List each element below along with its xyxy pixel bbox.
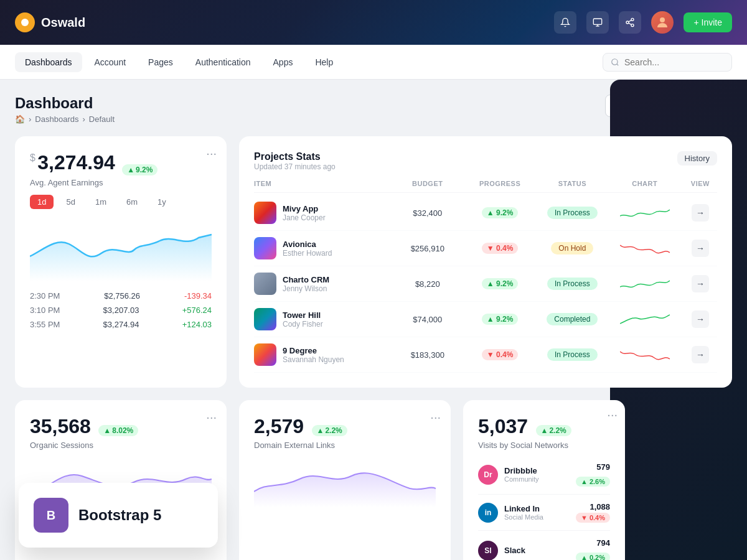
tab-6m[interactable]: 6m — [119, 195, 145, 209]
table-row: Avionica Esther Howard $256,910 ▼ 0.4% O… — [254, 231, 717, 266]
svg-rect-0 — [594, 19, 602, 24]
svg-line-7 — [629, 20, 632, 22]
logo-text: Oswald — [41, 16, 85, 30]
slack-icon: Sl — [478, 541, 498, 561]
tab-5d[interactable]: 5d — [59, 195, 82, 209]
domain-label: Domain External Links — [254, 441, 436, 450]
projects-updated: Updated 37 minutes ago — [254, 162, 336, 171]
projects-card: Projects Stats Updated 37 minutes ago Hi… — [239, 136, 732, 388]
dribbble-icon: Dr — [478, 465, 498, 485]
domain-card: ··· 2,579 ▲ 2.2% Domain External Links — [239, 400, 451, 560]
avatar[interactable] — [651, 11, 674, 34]
home-icon: 🏠 — [15, 114, 25, 124]
earnings-chart — [30, 219, 212, 281]
search-box[interactable] — [603, 53, 732, 72]
tab-1d[interactable]: 1d — [30, 195, 54, 209]
social-badge: ▲ 2.2% — [536, 425, 571, 436]
social-row-slack: Sl Slack 794 ▲ 0.2% — [478, 531, 610, 560]
organic-number: 35,568 — [30, 415, 91, 437]
svg-point-9 — [612, 58, 618, 64]
page-title-section: Dashboard 🏠 › Dashboards › Default — [15, 95, 115, 124]
dollar-sign: $ — [30, 152, 35, 164]
share-icon[interactable] — [619, 11, 641, 34]
view-btn-4[interactable]: → — [692, 310, 709, 328]
nav-item-account[interactable]: Account — [85, 52, 136, 72]
bootstrap-icon: B — [34, 498, 68, 533]
top-bar: Oswald + Invite — [0, 0, 747, 45]
svg-line-10 — [617, 63, 619, 65]
nav-item-authentication[interactable]: Authentication — [186, 52, 261, 72]
main-content: Dashboard 🏠 › Dashboards › Default New P… — [0, 80, 747, 560]
view-btn-5[interactable]: → — [692, 346, 709, 363]
nav-item-dashboards[interactable]: Dashboards — [15, 52, 82, 72]
table-header: ITEM BUDGET PROGRESS STATUS CHART VIEW — [254, 175, 717, 193]
view-btn-3[interactable]: → — [692, 275, 709, 292]
notification-icon[interactable] — [554, 11, 576, 34]
social-row-linkedin: in Linked In Social Media 1,088 ▼ 0.4% — [478, 495, 610, 531]
stats-rows: 2:30 PM $2,756.26 -139.34 3:10 PM $3,207… — [30, 291, 212, 329]
nav-item-help[interactable]: Help — [305, 52, 343, 72]
stat-row-3: 3:55 PM $3,274.94 +124.03 — [30, 320, 212, 329]
view-btn-2[interactable]: → — [692, 240, 709, 257]
organic-badge: ▲ 8.02% — [98, 425, 138, 436]
stat-row-1: 2:30 PM $2,756.26 -139.34 — [30, 291, 212, 301]
time-tabs: 1d 5d 1m 6m 1y — [30, 195, 212, 209]
stat-row-2: 3:10 PM $3,207.03 +576.24 — [30, 306, 212, 315]
bootstrap-overlay: B Bootstrap 5 — [19, 483, 218, 548]
screen-icon[interactable] — [586, 11, 609, 34]
table-row: 9 Degree Savannah Nguyen $183,300 ▼ 0.4%… — [254, 337, 717, 373]
social-label: Visits by Social Networks — [478, 441, 610, 450]
svg-point-4 — [626, 21, 629, 24]
earnings-label: $ 3,274.94 ▲ 9.2% — [30, 151, 212, 175]
project-icon-charto — [254, 273, 276, 295]
domain-badge: ▲ 2.2% — [312, 425, 347, 436]
project-icon-mivy — [254, 202, 276, 224]
arrow-up: ▲ — [127, 166, 134, 174]
earnings-card: ··· $ 3,274.94 ▲ 9.2% Avg. Agent Earning… — [15, 136, 227, 388]
top-nav-right: + Invite — [554, 11, 732, 34]
project-icon-avionica — [254, 237, 276, 259]
nav-item-apps[interactable]: Apps — [263, 52, 303, 72]
svg-point-8 — [660, 17, 665, 22]
view-btn-1[interactable]: → — [692, 204, 709, 222]
linkedin-icon: in — [478, 503, 498, 523]
secondary-nav: Dashboards Account Pages Authentication … — [0, 45, 747, 80]
project-icon-9degree — [254, 343, 276, 366]
organic-menu[interactable]: ··· — [206, 410, 217, 424]
earnings-menu[interactable]: ··· — [206, 146, 217, 161]
table-row: Mivy App Jane Cooper $32,400 ▲ 9.2% In P… — [254, 195, 717, 231]
domain-number: 2,579 — [254, 415, 304, 437]
domain-menu[interactable]: ··· — [430, 410, 441, 424]
project-icon-tower — [254, 308, 276, 330]
nav-item-pages[interactable]: Pages — [138, 52, 183, 72]
bootstrap-label: Bootstrap 5 — [78, 506, 161, 524]
invite-button[interactable]: + Invite — [684, 12, 732, 32]
tab-1y[interactable]: 1y — [150, 195, 174, 209]
page-title: Dashboard — [15, 95, 115, 112]
social-menu[interactable]: ··· — [607, 408, 618, 422]
tab-1m[interactable]: 1m — [88, 195, 114, 209]
earnings-badge: ▲ 9.2% — [122, 164, 157, 175]
social-row-dribbble: Dr Dribbble Community 579 ▲ 2.6% — [478, 455, 610, 495]
social-number: 5,037 — [478, 415, 528, 437]
earnings-amount: 3,274.94 — [37, 151, 115, 174]
search-input[interactable] — [624, 57, 724, 67]
table-row: Charto CRM Jenny Wilson $8,220 ▲ 9.2% In… — [254, 266, 717, 302]
svg-point-3 — [631, 18, 634, 21]
social-card: ··· 5,037 ▲ 2.2% Visits by Social Networ… — [463, 400, 625, 560]
projects-title: Projects Stats — [254, 151, 336, 162]
svg-point-5 — [631, 24, 634, 27]
logo: Oswald — [15, 12, 85, 32]
svg-line-6 — [629, 23, 632, 25]
projects-header: Projects Stats Updated 37 minutes ago Hi… — [254, 151, 717, 171]
organic-label: Organic Sessions — [30, 441, 212, 450]
domain-chart — [254, 457, 436, 507]
table-row: Tower Hill Cody Fisher $74,000 ▲ 9.2% Co… — [254, 302, 717, 337]
logo-icon — [15, 12, 35, 32]
history-button[interactable]: History — [677, 151, 717, 166]
search-icon — [611, 58, 619, 67]
breadcrumb: 🏠 › Dashboards › Default — [15, 114, 115, 124]
earnings-subtitle: Avg. Agent Earnings — [30, 178, 212, 187]
top-row: ··· $ 3,274.94 ▲ 9.2% Avg. Agent Earning… — [15, 136, 732, 388]
